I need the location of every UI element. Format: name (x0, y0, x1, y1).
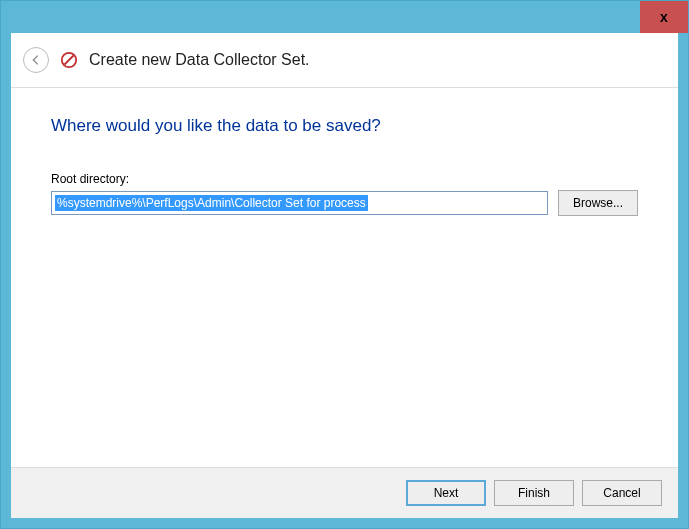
wizard-content: Where would you like the data to be save… (11, 88, 678, 467)
root-directory-label: Root directory: (51, 172, 638, 186)
back-arrow-icon (29, 53, 43, 67)
wizard-footer: Next Finish Cancel (11, 467, 678, 518)
finish-button[interactable]: Finish (494, 480, 574, 506)
cancel-button[interactable]: Cancel (582, 480, 662, 506)
wizard-icon (59, 50, 79, 70)
next-button[interactable]: Next (406, 480, 486, 506)
titlebar: x (1, 1, 688, 33)
wizard-question: Where would you like the data to be save… (51, 116, 638, 136)
root-directory-value: %systemdrive%\PerfLogs\Admin\Collector S… (55, 195, 368, 211)
root-directory-row: %systemdrive%\PerfLogs\Admin\Collector S… (51, 190, 638, 216)
wizard-title: Create new Data Collector Set. (89, 51, 310, 69)
close-button[interactable]: x (640, 1, 688, 33)
svg-line-1 (65, 56, 74, 65)
window-chrome: Create new Data Collector Set. Where wou… (1, 33, 688, 528)
close-icon: x (660, 9, 668, 25)
wizard-header: Create new Data Collector Set. (11, 33, 678, 88)
wizard-window: x Create new Data Collector Set. Where w… (0, 0, 689, 529)
root-directory-input[interactable]: %systemdrive%\PerfLogs\Admin\Collector S… (51, 191, 548, 215)
back-button[interactable] (23, 47, 49, 73)
browse-button[interactable]: Browse... (558, 190, 638, 216)
